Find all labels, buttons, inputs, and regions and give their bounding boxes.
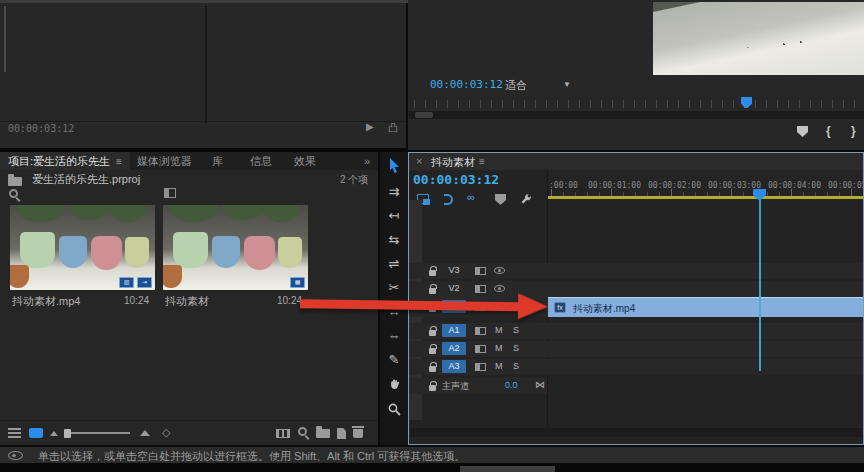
source-patch-icon[interactable] xyxy=(475,267,486,275)
lock-icon[interactable] xyxy=(429,330,436,336)
project-item-thumbnail[interactable]: ▦ xyxy=(163,205,308,290)
source-patch-icon[interactable] xyxy=(475,345,486,353)
zoom-level-value: 适合 xyxy=(505,78,527,93)
ripple-edit-tool[interactable]: ↤ xyxy=(380,204,408,228)
annotation-arrow-head xyxy=(518,293,548,319)
track-name-a2[interactable]: A2 xyxy=(442,342,466,355)
filter-bin-icon[interactable] xyxy=(164,188,176,198)
video-badge-icon: ▥ xyxy=(119,277,134,288)
tab-project[interactable]: 项目:爱生活的乐先生 xyxy=(8,152,110,170)
audio-badge-icon: ⇥ xyxy=(137,277,152,288)
timeline-timecode[interactable]: 00:00:03:12 xyxy=(413,172,499,187)
slide-tool[interactable]: ⇔ xyxy=(380,324,408,348)
solo-button[interactable]: S xyxy=(513,325,519,335)
lock-icon[interactable] xyxy=(429,385,436,391)
program-scrollbar-handle[interactable] xyxy=(415,112,433,118)
search-icon xyxy=(9,189,18,198)
export-frame-icon[interactable]: 凸 xyxy=(388,121,398,135)
track-row-a1: A1 M S xyxy=(409,323,863,339)
sort-icon[interactable]: ◇ xyxy=(162,426,170,439)
add-marker-icon[interactable] xyxy=(797,126,808,137)
mark-in-icon[interactable]: { xyxy=(826,124,831,138)
annotation-arrow-shaft xyxy=(300,299,522,311)
list-view-icon[interactable] xyxy=(8,428,21,438)
status-bar: 单击以选择，或单击空白处并拖动以进行框选。使用 Shift、Alt 和 Ctrl… xyxy=(0,447,864,463)
linked-selection-icon[interactable]: ∞ xyxy=(467,191,475,203)
item-count: 2 个项 xyxy=(340,173,368,187)
icon-view-icon[interactable] xyxy=(29,428,43,438)
solo-button[interactable]: S xyxy=(513,361,519,371)
track-row-a2: A2 M S xyxy=(409,341,863,357)
tab-media-browser[interactable]: 媒体浏览器 xyxy=(137,152,192,170)
track-name-v3[interactable]: V3 xyxy=(442,264,466,277)
master-level-value[interactable]: 0.0 xyxy=(505,380,518,390)
tab-overflow-icon[interactable]: » xyxy=(364,152,370,170)
rate-stretch-tool[interactable]: ⇌ xyxy=(380,252,408,276)
pen-tool[interactable]: ✎ xyxy=(380,348,408,372)
master-fader-icon[interactable]: ⋈ xyxy=(535,379,545,390)
track-row-v3: V3 xyxy=(409,263,863,279)
zoom-in-icon[interactable] xyxy=(140,430,150,436)
timeline-clip[interactable]: fx 抖动素材.mp4 xyxy=(548,297,863,317)
timeline-settings-wrench-icon[interactable] xyxy=(520,193,532,205)
new-bin-icon[interactable] xyxy=(316,429,330,438)
mark-out-icon[interactable]: } xyxy=(851,124,856,138)
zoom-level-select[interactable]: 适合 ▼ xyxy=(505,76,577,93)
mute-button[interactable]: M xyxy=(495,325,503,335)
close-icon[interactable]: × xyxy=(416,155,422,167)
tab-info[interactable]: 信息 xyxy=(250,152,272,170)
timeline-scrollbar[interactable] xyxy=(410,428,863,437)
automate-to-sequence-icon[interactable] xyxy=(276,429,290,438)
zoom-tool[interactable] xyxy=(380,398,408,422)
window-bottom-edge xyxy=(0,463,864,472)
playback-resolution-icon[interactable]: ▶ xyxy=(366,121,374,132)
new-item-icon[interactable] xyxy=(337,428,346,439)
status-message: 单击以选择，或单击空白处并拖动以进行框选。使用 Shift、Alt 和 Ctrl… xyxy=(38,449,465,464)
project-item-thumbnail[interactable]: ▥ ⇥ xyxy=(10,205,155,290)
taskbar-hint xyxy=(460,466,555,472)
timeline-tab-bar: × 抖动素材 ≡ xyxy=(409,153,863,170)
track-name-a3[interactable]: A3 xyxy=(442,360,466,373)
playhead-line xyxy=(759,196,761,371)
item-name[interactable]: 抖动素材.mp4 xyxy=(12,294,80,309)
hand-tool[interactable] xyxy=(380,374,408,398)
zoom-out-icon[interactable] xyxy=(50,431,58,436)
mute-button[interactable]: M xyxy=(495,361,503,371)
mute-button[interactable]: M xyxy=(495,343,503,353)
ruler-ticks xyxy=(548,189,863,196)
tab-libraries[interactable]: 库 xyxy=(212,152,223,170)
trash-icon[interactable] xyxy=(353,429,363,438)
source-patch-icon[interactable] xyxy=(475,327,486,335)
panel-menu-icon[interactable]: ≡ xyxy=(479,156,485,167)
thumbnail-image-pots xyxy=(163,205,308,290)
master-track-name[interactable]: 主声道 xyxy=(442,380,469,393)
program-video-preview xyxy=(653,2,864,75)
thumbnail-zoom-slider[interactable] xyxy=(68,432,130,434)
panel-menu-icon[interactable]: ≡ xyxy=(116,153,122,171)
project-folder-icon xyxy=(8,177,22,186)
track-select-forward-tool[interactable]: ⇉ xyxy=(380,180,408,204)
source-monitor-panel: 00:00:03:12 ▶ 凸 xyxy=(0,3,406,148)
track-output-eye-icon[interactable] xyxy=(494,267,505,274)
selection-tool[interactable] xyxy=(380,154,408,178)
track-name-a1[interactable]: A1 xyxy=(442,324,466,337)
rolling-edit-tool[interactable]: ⇆ xyxy=(380,228,408,252)
selection-mode-icon xyxy=(8,451,23,460)
search-input[interactable] xyxy=(24,186,154,200)
source-patch-icon[interactable] xyxy=(475,363,486,371)
find-icon[interactable] xyxy=(298,427,307,436)
tab-effects[interactable]: 效果 xyxy=(294,152,316,170)
work-area-bar[interactable] xyxy=(548,196,863,199)
lock-icon[interactable] xyxy=(429,348,436,354)
timeline-tab-title[interactable]: 抖动素材 xyxy=(431,155,475,170)
program-scrollbar[interactable] xyxy=(409,111,864,119)
lock-icon[interactable] xyxy=(429,366,436,372)
project-panel-tabs: 项目:爱生活的乐先生 ≡ 媒体浏览器 库 信息 效果 » xyxy=(0,152,378,170)
lock-icon[interactable] xyxy=(429,270,436,276)
program-scrubber-ruler[interactable] xyxy=(414,100,864,108)
item-name[interactable]: 抖动素材 xyxy=(165,294,209,309)
track-row-a3: A3 M S xyxy=(409,359,863,375)
project-file-name[interactable]: 爱生活的乐先生.prproj xyxy=(32,172,140,187)
thumbnail-zoom-handle[interactable] xyxy=(64,429,71,438)
solo-button[interactable]: S xyxy=(513,343,519,353)
